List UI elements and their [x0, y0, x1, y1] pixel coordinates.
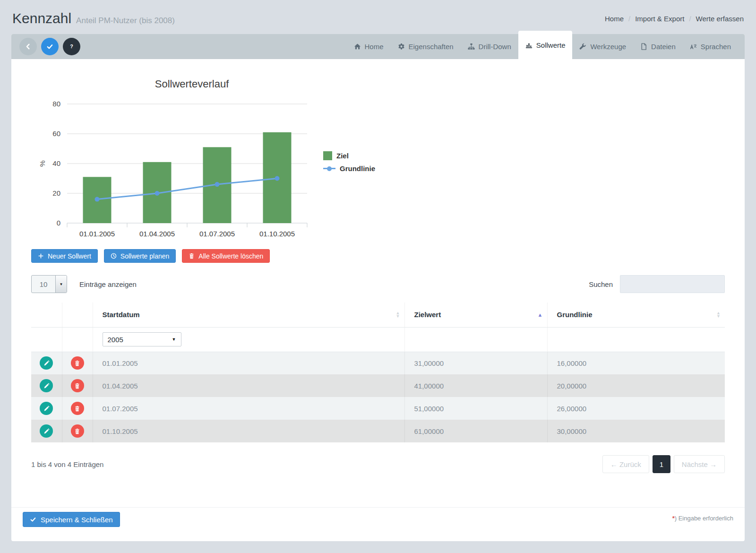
- table-row: 01.10.200561,0000030,00000: [31, 420, 725, 442]
- pagination-prev-button[interactable]: ← Zurück: [602, 455, 649, 473]
- chart-title: Sollwerteverlauf: [31, 59, 352, 92]
- action-buttons: Neuer SollwertSollwerte planenAlle Sollw…: [31, 249, 725, 263]
- svg-text:40: 40: [52, 159, 60, 167]
- delete-all-sollwerte-button[interactable]: Alle Sollwerte löschen: [182, 249, 270, 263]
- table-header-row: Startdatum ▲▼ Zielwert ▲ Grundlinie ▲▼: [31, 302, 725, 327]
- tab-dateien[interactable]: Dateien: [633, 34, 683, 59]
- column-header-grundlinie[interactable]: Grundlinie ▲▼: [547, 302, 725, 327]
- sort-icon: ▲▼: [396, 311, 400, 318]
- home-icon: [354, 43, 361, 50]
- chevron-down-icon: ▼: [55, 276, 67, 293]
- year-filter-select[interactable]: 2005 ▼: [103, 332, 181, 346]
- cell-zielwert: 51,00000: [404, 397, 547, 420]
- button-label: Sollwerte planen: [120, 252, 170, 260]
- chart-svg: 02040608001.01.200501.04.200501.07.20050…: [31, 92, 352, 243]
- legend-label: Grundlinie: [340, 164, 375, 173]
- nav-strip: ? HomeEigenschaftenDrill-DownSollwerteWe…: [11, 34, 745, 59]
- column-header-zielwert[interactable]: Zielwert ▲: [404, 302, 547, 327]
- column-header-startdatum[interactable]: Startdatum ▲▼: [93, 302, 404, 327]
- back-button[interactable]: [19, 38, 37, 55]
- svg-text:%: %: [38, 160, 46, 166]
- check-icon: [46, 43, 53, 50]
- cell-grundlinie: 16,00000: [547, 352, 725, 374]
- tab-content: Sollwerteverlauf 02040608001.01.200501.0…: [11, 59, 745, 473]
- required-note: *) Eingabe erforderlich: [672, 515, 733, 522]
- edit-column-header: [31, 302, 62, 327]
- cell-grundlinie: 20,00000: [547, 374, 725, 397]
- pagination: ← Zurück 1 Nächste →: [602, 455, 725, 473]
- delete-row-button[interactable]: [71, 424, 84, 438]
- tab-werkzeuge[interactable]: Werkzeuge: [572, 34, 633, 59]
- delete-cell: [62, 397, 93, 420]
- breadcrumb-import-export[interactable]: Import & Export: [635, 15, 684, 23]
- tab-home[interactable]: Home: [347, 34, 391, 59]
- tab-label: Home: [365, 43, 384, 51]
- search-label: Suchen: [589, 280, 613, 288]
- breadcrumb-separator: /: [628, 15, 630, 23]
- tab-sprachen[interactable]: Sprachen: [683, 34, 738, 59]
- edit-row-button[interactable]: [40, 356, 53, 370]
- cell-startdatum: 01.07.2005: [93, 397, 404, 420]
- delete-cell: [62, 352, 93, 374]
- table-row: 01.07.200551,0000026,00000: [31, 397, 725, 420]
- delete-column-header: [62, 302, 93, 327]
- new-sollwert-button[interactable]: Neuer Sollwert: [31, 249, 98, 263]
- table-filter-row: 2005 ▼: [31, 327, 725, 352]
- delete-row-button[interactable]: [71, 356, 84, 370]
- delete-row-button[interactable]: [71, 379, 84, 392]
- tab-label: Sollwerte: [536, 41, 566, 49]
- tab-sollwerte[interactable]: Sollwerte: [518, 31, 573, 59]
- question-icon: ?: [68, 43, 75, 50]
- tab-label: Eigenschaften: [409, 43, 454, 51]
- page-title: Kennzahl: [12, 10, 71, 26]
- edit-cell: [31, 397, 62, 420]
- pagination-page-1-button[interactable]: 1: [653, 455, 670, 473]
- sitemap-icon: [468, 43, 475, 50]
- tab-eigenschaften[interactable]: Eigenschaften: [391, 34, 461, 59]
- gear-icon: [398, 43, 405, 50]
- svg-text:80: 80: [52, 100, 60, 108]
- search-input[interactable]: [620, 275, 725, 293]
- legend-label: Ziel: [336, 152, 349, 160]
- delete-row-button[interactable]: [71, 402, 84, 415]
- tab-drill-down[interactable]: Drill-Down: [461, 34, 518, 59]
- cell-zielwert: 31,00000: [404, 352, 547, 374]
- cell-grundlinie: 30,00000: [547, 420, 725, 442]
- help-button[interactable]: ?: [63, 38, 80, 55]
- tab-label: Sprachen: [701, 43, 731, 51]
- plus-icon: [38, 253, 44, 259]
- table-row: 01.01.200531,0000016,00000: [31, 352, 725, 374]
- cell-grundlinie: 26,00000: [547, 397, 725, 420]
- chart: Sollwerteverlauf 02040608001.01.200501.0…: [31, 59, 725, 243]
- button-label: Alle Sollwerte löschen: [198, 252, 263, 260]
- edit-cell: [31, 374, 62, 397]
- cell-zielwert: 41,00000: [404, 374, 547, 397]
- edit-cell: [31, 352, 62, 374]
- pagination-next-button[interactable]: Nächste →: [674, 455, 725, 473]
- legend-item-ziel[interactable]: Ziel: [323, 151, 375, 160]
- breadcrumb-separator: /: [689, 15, 691, 23]
- save-close-button[interactable]: Speichern & Schließen: [23, 512, 120, 527]
- edit-row-button[interactable]: [40, 402, 53, 415]
- legend-line-swatch: [323, 164, 335, 173]
- table-info: 1 bis 4 von 4 Einträgen: [31, 460, 103, 468]
- legend-bar-swatch: [323, 151, 332, 160]
- breadcrumb-home[interactable]: Home: [605, 15, 624, 23]
- nav-circle-buttons: ?: [19, 38, 80, 55]
- bar-chart-icon: [525, 42, 533, 49]
- table-controls: 10 ▼ Einträge anzeigen Suchen: [31, 275, 725, 293]
- confirm-button[interactable]: [41, 38, 59, 55]
- plan-sollwerte-button[interactable]: Sollwerte planen: [104, 249, 176, 263]
- edit-row-button[interactable]: [40, 379, 53, 392]
- page-length-select[interactable]: 10 ▼: [31, 275, 67, 293]
- sort-asc-icon: ▲: [538, 312, 543, 318]
- chart-legend: ZielGrundlinie: [323, 151, 375, 173]
- page-length-label: Einträge anzeigen: [79, 280, 137, 288]
- page-subtitle: Anteil PM-Nutzer (bis 2008): [76, 16, 175, 26]
- edit-row-button[interactable]: [40, 424, 53, 438]
- language-icon: [690, 43, 697, 50]
- page-length-value: 10: [32, 276, 55, 293]
- legend-item-grundlinie[interactable]: Grundlinie: [323, 164, 375, 173]
- svg-text:20: 20: [52, 189, 60, 197]
- cell-startdatum: 01.04.2005: [93, 374, 404, 397]
